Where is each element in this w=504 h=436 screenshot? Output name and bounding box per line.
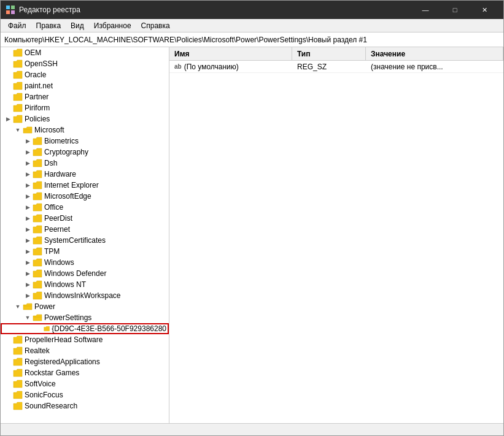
folder-icon-windowsinkworkspace [33, 291, 42, 300]
minimize-button[interactable]: — [411, 1, 440, 19]
tree-item-peernet[interactable]: ▶ Peernet [1, 224, 169, 235]
tree-label-biometrics: Biometrics [44, 137, 79, 145]
tree-item-internetexplorer[interactable]: ▶ Internet Explorer [1, 180, 169, 191]
folder-icon-dsh [33, 159, 42, 167]
svg-rect-2 [6, 10, 10, 14]
arrow-windowsnt: ▶ [23, 281, 33, 288]
tree-item-rockstargames[interactable]: Rockstar Games [1, 367, 169, 378]
tree-item-windows[interactable]: ▶ Windows [1, 257, 169, 268]
app-icon [6, 5, 15, 15]
tree-item-systemcerts[interactable]: ▶ SystemCertificates [1, 235, 169, 246]
table-row[interactable]: ab (По умолчанию) REG_SZ (значение не пр… [169, 61, 503, 73]
tree-item-softvoice[interactable]: SoftVoice [1, 378, 169, 389]
tree-label-office: Office [44, 203, 63, 212]
arrow-microsoftedge: ▶ [23, 193, 33, 199]
arrow-hardware: ▶ [23, 171, 33, 177]
folder-icon-policies [13, 115, 23, 123]
tree-item-peerdist[interactable]: ▶ PeerDist [1, 213, 169, 224]
tree-item-biometrics[interactable]: ▶ Biometrics [1, 136, 169, 147]
tree-item-windowsdefender[interactable]: ▶ Windows Defender [1, 268, 169, 279]
arrow-dsh: ▶ [23, 160, 33, 166]
folder-icon-peernet [33, 225, 42, 234]
maximize-button[interactable]: □ [441, 1, 469, 19]
menu-help[interactable]: Справка [136, 20, 175, 31]
tree-item-powersettings[interactable]: ▼ PowerSettings [1, 312, 169, 323]
folder-icon-realtek [13, 346, 23, 355]
arrow-peerdist: ▶ [23, 215, 33, 221]
folder-icon-biometrics [33, 137, 42, 145]
tree-label-dsh: Dsh [44, 159, 57, 167]
arrow-peernet: ▶ [23, 226, 33, 232]
menu-view[interactable]: Вид [66, 20, 89, 31]
tree-label-windows: Windows [44, 258, 74, 267]
tree-label-policies: Policies [25, 115, 50, 123]
tree-label-softvoice: SoftVoice [25, 380, 56, 388]
arrow-powersettings: ▼ [23, 315, 33, 321]
tree-item-tpm[interactable]: ▶ TPM [1, 246, 169, 257]
folder-icon-systemcerts [33, 236, 42, 245]
tree-item-oem[interactable]: OEM [1, 47, 169, 58]
tree-label-power: Power [34, 302, 55, 311]
breadcrumb-text: Компьютер\HKEY_LOCAL_MACHINE\SOFTWARE\Po… [4, 36, 367, 44]
tree-item-partner[interactable]: Partner [1, 91, 169, 102]
tree-label-microsoftedge: MicrosoftEdge [44, 192, 91, 201]
tree-item-soundresearch[interactable]: SoundResearch [1, 400, 169, 411]
folder-icon-registeredapps [13, 358, 23, 366]
tree-item-piriform[interactable]: Piriform [1, 102, 169, 113]
tree-label-peernet: Peernet [44, 225, 70, 234]
tree-item-openssh[interactable]: OpenSSH [1, 58, 169, 69]
tree-item-propellerhead[interactable]: PropellerHead Software [1, 334, 169, 345]
tree-item-sonicfocus[interactable]: SonicFocus [1, 389, 169, 400]
col-header-name: Имя [169, 47, 292, 60]
tree-item-windowsnt[interactable]: ▶ Windows NT [1, 279, 169, 290]
tree-item-paintnet[interactable]: paint.net [1, 80, 169, 91]
svg-rect-0 [6, 6, 10, 9]
cell-value-default: (значение не присв... [366, 63, 503, 71]
folder-icon-windowsnt [33, 280, 42, 289]
tree-item-cryptography[interactable]: ▶ Cryptography [1, 147, 169, 158]
folder-icon-powersettings [33, 313, 42, 322]
tree-label-windowsinkworkspace: WindowsInkWorkspace [44, 291, 121, 300]
tree-item-realtek[interactable]: Realtek [1, 345, 169, 356]
folder-icon-rockstargames [13, 369, 23, 377]
tree-label-systemcerts: SystemCertificates [44, 236, 106, 245]
tree-item-policies[interactable]: ▶ Policies [1, 113, 169, 124]
tree-item-microsoftedge[interactable]: ▶ MicrosoftEdge [1, 191, 169, 202]
tree-label-windowsnt: Windows NT [44, 280, 86, 289]
menu-edit[interactable]: Правка [31, 20, 66, 31]
tree-label-tpm: TPM [44, 247, 60, 256]
tree-item-office[interactable]: ▶ Office [1, 202, 169, 213]
tree-item-microsoft[interactable]: ▼ Microsoft [1, 124, 169, 136]
tree-panel[interactable]: OEM OpenSSH Oracle paint.net [1, 47, 169, 423]
main-content: OEM OpenSSH Oracle paint.net [1, 47, 503, 423]
tree-item-windowsinkworkspace[interactable]: ▶ WindowsInkWorkspace [1, 290, 169, 301]
tree-label-rockstargames: Rockstar Games [25, 369, 79, 377]
tree-label-soundresearch: SoundResearch [25, 402, 77, 410]
menu-file[interactable]: Файл [3, 20, 31, 31]
window-title: Редактор реестра [19, 6, 411, 14]
tree-item-hardware[interactable]: ▶ Hardware [1, 169, 169, 180]
tree-label-sonicfocus: SonicFocus [25, 391, 63, 399]
tree-label-openssh: OpenSSH [25, 59, 58, 68]
tree-item-newkey1[interactable]: {DD9C-4E3E-B566-50F929386280 [1, 323, 169, 334]
folder-icon-cryptography [33, 148, 42, 156]
tree-label-cryptography: Cryptography [44, 148, 88, 156]
folder-icon-microsoft [23, 126, 33, 134]
registry-editor-window: Редактор реестра — □ ✕ Файл Правка Вид И… [0, 0, 504, 436]
menu-favorites[interactable]: Избранное [89, 20, 136, 31]
folder-icon-softvoice [13, 380, 23, 388]
folder-icon-partner [13, 93, 23, 101]
folder-icon-oem [13, 48, 23, 57]
svg-rect-1 [11, 6, 15, 9]
tree-item-power[interactable]: ▼ Power [1, 301, 169, 312]
close-button[interactable]: ✕ [470, 1, 498, 19]
tree-label-windowsdefender: Windows Defender [44, 269, 106, 278]
folder-icon-newkey1 [44, 324, 50, 333]
title-bar: Редактор реестра — □ ✕ [1, 1, 503, 19]
arrow-windows: ▶ [23, 259, 33, 266]
tree-item-oracle[interactable]: Oracle [1, 69, 169, 80]
tree-label-realtek: Realtek [25, 346, 50, 355]
tree-item-registeredapps[interactable]: RegisteredApplications [1, 356, 169, 367]
tree-item-dsh[interactable]: ▶ Dsh [1, 158, 169, 169]
tree-label-peerdist: PeerDist [44, 214, 72, 223]
